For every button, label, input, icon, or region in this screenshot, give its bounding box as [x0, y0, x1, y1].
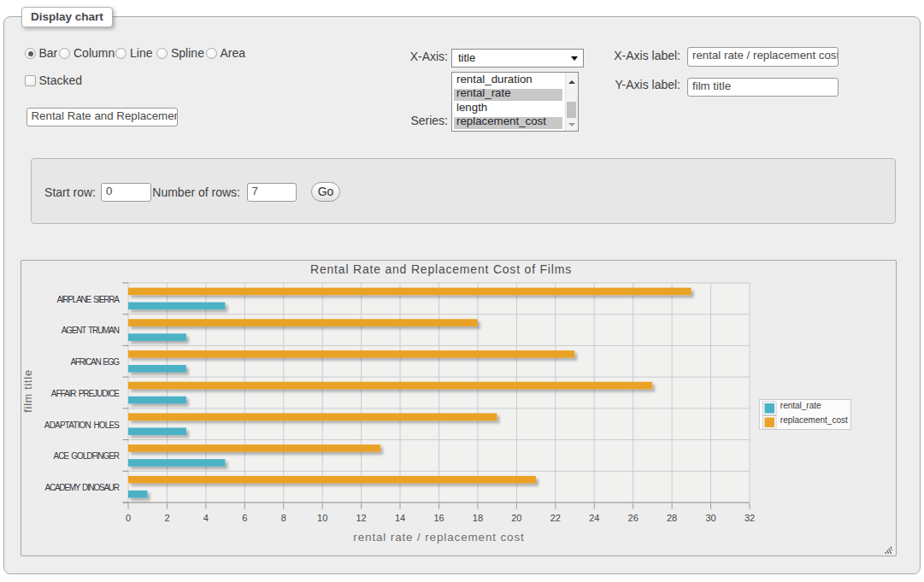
svg-text:30: 30 — [705, 513, 715, 523]
svg-text:6: 6 — [242, 513, 247, 523]
svg-text:10: 10 — [317, 513, 327, 523]
svg-text:rental_rate: rental_rate — [780, 401, 821, 410]
svg-text:26: 26 — [628, 513, 639, 523]
svg-text:18: 18 — [473, 513, 483, 523]
svg-text:0: 0 — [126, 513, 131, 523]
svg-text:12: 12 — [356, 513, 367, 523]
svg-text:32: 32 — [744, 513, 755, 523]
svg-text:4: 4 — [203, 513, 209, 523]
svg-text:14: 14 — [395, 513, 405, 523]
svg-text:AFRICAN EGG: AFRICAN EGG — [70, 357, 120, 367]
svg-text:AGENT TRUMAN: AGENT TRUMAN — [62, 326, 120, 335]
svg-text:ADAPTATION HOLES: ADAPTATION HOLES — [44, 420, 121, 430]
svg-text:28: 28 — [667, 513, 677, 523]
svg-text:22: 22 — [550, 513, 561, 523]
svg-text:AIRPLANE SIERRA: AIRPLANE SIERRA — [57, 295, 121, 304]
svg-text:20: 20 — [511, 513, 521, 523]
svg-text:24: 24 — [589, 513, 599, 523]
svg-text:8: 8 — [281, 513, 286, 523]
svg-text:Rental Rate and Replacement Co: Rental Rate and Replacement Cost of Film… — [310, 262, 572, 276]
svg-text:AFFAIR PREJUDICE: AFFAIR PREJUDICE — [51, 389, 121, 398]
svg-text:replacement_cost: replacement_cost — [780, 415, 848, 425]
svg-text:ACADEMY DINOSAUR: ACADEMY DINOSAUR — [45, 483, 120, 492]
svg-text:film title: film title — [22, 369, 34, 412]
svg-text:rental rate / replacement cost: rental rate / replacement cost — [353, 531, 524, 544]
svg-text:2: 2 — [164, 513, 169, 523]
svg-text:ACE GOLDFINGER: ACE GOLDFINGER — [54, 451, 121, 461]
svg-text:16: 16 — [433, 513, 444, 523]
